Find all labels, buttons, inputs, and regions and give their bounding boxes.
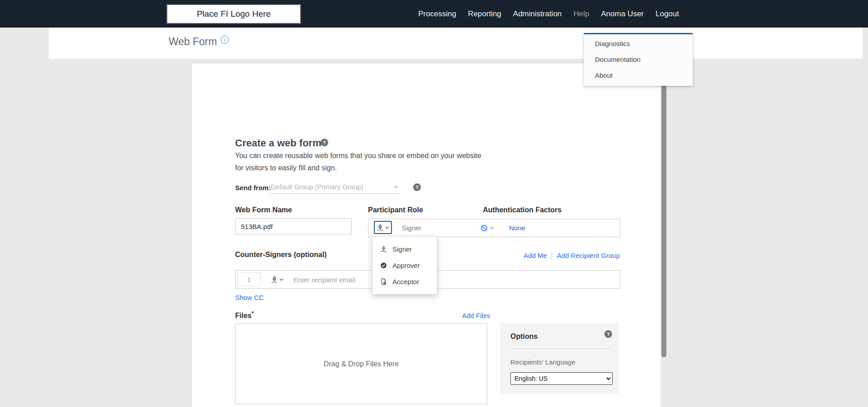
top-navbar: Place FI Logo Here Processing Reporting … xyxy=(0,0,868,28)
role-option-approver[interactable]: Approver xyxy=(373,257,437,273)
options-title: Options xyxy=(510,332,538,341)
scrollbar-thumb[interactable] xyxy=(661,64,666,357)
recipient-role-button[interactable] xyxy=(268,273,286,285)
page-header: Web Form i xyxy=(49,28,863,59)
required-asterisk: * xyxy=(251,310,254,317)
chevron-down-icon xyxy=(490,227,494,229)
primary-nav: Processing Reporting Administration Help… xyxy=(418,0,679,28)
options-panel: Options ? Recipients' Language English: … xyxy=(500,323,619,394)
send-from-select[interactable]: Default Group (Primary Group) xyxy=(269,180,401,194)
help-dropdown-menu: Diagnostics Documentation About xyxy=(584,33,693,86)
role-option-label: Signer xyxy=(392,245,412,253)
acceptor-doc-icon xyxy=(380,278,387,285)
file-dropzone[interactable]: Drag & Drop Files Here xyxy=(235,323,487,404)
role-select-button[interactable] xyxy=(374,221,392,234)
files-label-text: Files xyxy=(235,312,251,319)
signer-pen-icon xyxy=(377,224,384,231)
role-option-label: Acceptor xyxy=(392,278,419,285)
show-cc-link[interactable]: Show CC xyxy=(235,294,264,301)
chevron-down-icon xyxy=(385,226,389,229)
participant-row: Signer None xyxy=(368,219,620,237)
form-title: Create a web form xyxy=(235,137,321,149)
counter-signers-label: Counter-Signers (optional) xyxy=(235,251,327,259)
role-option-acceptor[interactable]: Acceptor xyxy=(373,273,437,290)
divider: | xyxy=(551,252,553,259)
participant-role-header: Participant Role xyxy=(368,206,423,214)
menu-item-diagnostics[interactable]: Diagnostics xyxy=(584,36,693,51)
web-form-name-header: Web Form Name xyxy=(235,206,292,214)
web-form-name-input[interactable] xyxy=(235,218,352,234)
help-icon[interactable]: ? xyxy=(413,183,421,191)
nav-help[interactable]: Help xyxy=(574,9,590,19)
add-recipient-group-link[interactable]: Add Recipient Group xyxy=(557,252,620,259)
send-from-value: Default Group (Primary Group) xyxy=(271,183,363,191)
help-icon[interactable]: ? xyxy=(321,139,328,146)
signer-pen-icon xyxy=(271,276,278,283)
nav-user-menu[interactable]: Anoma User xyxy=(601,9,644,19)
dropzone-text: Drag & Drop Files Here xyxy=(324,360,399,368)
language-select[interactable]: English: US xyxy=(510,372,613,385)
nav-logout[interactable]: Logout xyxy=(656,9,679,19)
chevron-down-icon xyxy=(279,278,283,281)
counter-signer-links: Add Me | Add Recipient Group xyxy=(524,252,620,259)
add-files-link[interactable]: Add Files xyxy=(462,312,491,319)
menu-item-about[interactable]: About xyxy=(584,67,693,83)
recipients-language-label: Recipients' Language xyxy=(510,358,576,366)
authentication-factors-header: Authentication Factors xyxy=(483,206,561,214)
role-option-label: Approver xyxy=(392,262,420,269)
chevron-down-icon xyxy=(394,186,398,188)
role-dropdown-menu: Signer Approver Acceptor xyxy=(372,236,437,295)
auth-value-link[interactable]: None xyxy=(509,219,525,237)
recipient-index: 1 xyxy=(237,272,261,286)
none-blocked-icon xyxy=(481,225,488,232)
approver-check-icon xyxy=(380,262,387,269)
signer-pen-icon xyxy=(380,246,387,253)
form-description: You can create reusable web forms that y… xyxy=(235,150,486,174)
divider xyxy=(510,348,612,349)
menu-item-documentation[interactable]: Documentation xyxy=(584,51,693,67)
nav-reporting[interactable]: Reporting xyxy=(468,9,501,19)
role-value: Signer xyxy=(402,219,421,237)
add-me-link[interactable]: Add Me xyxy=(524,252,547,259)
page-title: Web Form xyxy=(169,36,217,48)
send-from-label: Send from: xyxy=(235,184,271,192)
help-icon[interactable]: ? xyxy=(604,330,612,338)
nav-processing[interactable]: Processing xyxy=(418,9,456,19)
role-option-signer[interactable]: Signer xyxy=(373,241,437,257)
auth-select-button[interactable] xyxy=(481,219,494,237)
create-web-form-card: Create a web form ? You can create reusa… xyxy=(192,64,660,407)
fi-logo-placeholder: Place FI Logo Here xyxy=(166,4,301,24)
files-label: Files* xyxy=(235,310,254,320)
nav-administration[interactable]: Administration xyxy=(513,9,562,19)
info-icon[interactable]: i xyxy=(221,36,229,44)
